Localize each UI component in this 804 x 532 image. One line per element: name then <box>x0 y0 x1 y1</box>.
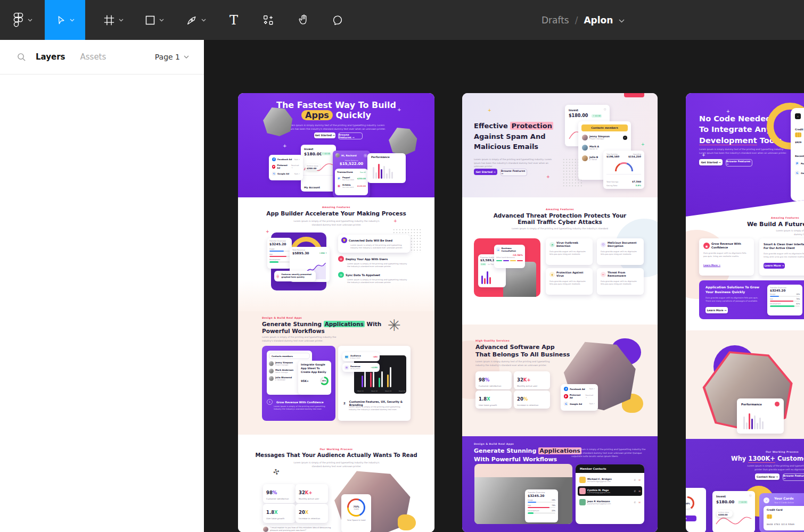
f2-threat-card[interactable]: ◔ Virus OutbreakDetection Duis gravida a… <box>546 238 593 265</box>
f1-hero-title-line2: Quickly <box>335 110 371 120</box>
f3-get-started-button[interactable]: Get Started → <box>699 159 723 165</box>
frame-tool-button[interactable] <box>93 0 134 40</box>
cloud-icon: ☁ <box>496 247 500 252</box>
f2-purple-title2: With Powerful Workflows <box>474 456 557 463</box>
f2-get-started-button[interactable]: Get Started → <box>474 169 497 175</box>
phone-icon[interactable]: ✆ <box>634 501 636 504</box>
f2-team-photo-card: Transfer Overview $3245.20 Usage19% App7… <box>474 464 572 524</box>
f1-get-started-button[interactable]: Get Started → <box>314 132 335 138</box>
figma-menu-button[interactable] <box>0 0 45 40</box>
f1-feature-body: Lorem ipsum is simply of the printing an… <box>347 279 410 285</box>
f3-feature-card-1[interactable]: ◉ Grow Revenue WithConfidence Duis gravi… <box>699 238 754 276</box>
member-email: Cynthiampage@gmail.com <box>587 492 610 494</box>
f1-feature-item[interactable]: ⟳ Sync Data To Appsheet Lorem ipsum is s… <box>338 272 410 285</box>
f3-feature-card-2[interactable]: Smart & Clean User InterfaceFor Our Acti… <box>759 238 804 276</box>
f1-note-chip: ◎ Features smartly presented graphed for… <box>274 271 316 281</box>
back-icon[interactable]: ‹ <box>795 113 801 119</box>
f1-transfer-value: $3245.20 <box>269 242 292 246</box>
comment-tool-button[interactable] <box>321 0 355 40</box>
phone-icon[interactable]: ✆ <box>634 490 636 493</box>
phone-icon[interactable]: ✆ <box>634 479 636 481</box>
f2-threat-card[interactable]: ◖ Protection AgainstVirus Duis gravida a… <box>546 268 593 295</box>
avatar <box>269 369 274 373</box>
f3-trash-card: 40% Trash <box>686 488 706 532</box>
frame-landing-2[interactable]: + + + Effective Protection Against Spam … <box>462 93 658 532</box>
f3-contact-now-button[interactable]: Contact Now → <box>755 473 780 480</box>
f1-workflow-card-1[interactable]: Contacts members Jenny Simpson Project m… <box>262 346 335 421</box>
f1-revenue-chip: +256 ↑ <box>319 252 327 254</box>
f2-member-row-active[interactable]: Cynthia M. Page Cynthiampage@gmail.com ✆… <box>578 486 642 496</box>
f3-banner-learn-more-button[interactable]: Learn More → <box>705 307 728 313</box>
f1-process-subtitle: Lorem ipsum is simply of the printing an… <box>291 461 382 468</box>
mail-icon[interactable]: ✉ <box>638 490 641 493</box>
f2-threat-card[interactable]: 🛡 Malicious DocumentDecryption Duis grav… <box>597 238 644 265</box>
back-icon[interactable]: ‹ <box>764 497 769 503</box>
f3-why-sub1: Lorem ipsum is simply of the printing an… <box>748 464 804 467</box>
f3-browse-features-button2[interactable]: Browse Features → <box>783 473 804 481</box>
mail-icon[interactable]: ✉ <box>638 501 641 504</box>
f1-feature-item-card[interactable]: 💡 Connected Data Will Be Used Lorem ipsu… <box>338 235 410 253</box>
search-icon[interactable] <box>17 53 26 62</box>
f1-note-text: Features smartly presented graphed form … <box>281 273 314 279</box>
pen-tool-button[interactable] <box>175 0 217 40</box>
tab-layers[interactable]: Layers <box>36 52 65 62</box>
frame-landing-3[interactable]: + + No Code Needed To Integrate Any Deve… <box>686 93 804 532</box>
stat-value: 98 <box>479 377 485 383</box>
frame-landing-1[interactable]: The Fastest Way To Build Apps Quickly Lo… <box>238 93 434 532</box>
f1-invest-title: Invest <box>304 147 313 151</box>
resources-tool-button[interactable] <box>250 0 286 40</box>
f2-stat-card: 32K+ Monthly active user <box>514 371 550 389</box>
f3-card2-body: Duis gravida augue velit eu dignissim fe… <box>764 252 804 259</box>
move-tool-button[interactable] <box>45 0 85 40</box>
stat-value: 98 <box>266 490 273 495</box>
f3-card2-title2: For Our Active Client <box>764 246 795 250</box>
breadcrumb-folder[interactable]: Drafts <box>542 15 569 26</box>
f1-feature-item[interactable]: ⚙ Deploy Your App With Users Lorem ipsum… <box>338 256 410 269</box>
member-name: Jean P. Hartmann <box>587 500 611 503</box>
stat-suffix: % <box>523 396 528 402</box>
f3-phone-row: Paypal <box>801 162 804 165</box>
page-selector[interactable]: Page 1 <box>155 53 199 61</box>
f3-phone-row: Google <box>801 172 804 174</box>
f3-browse-features-button[interactable]: Browse Features → <box>726 159 752 167</box>
f2-browse-features-button[interactable]: Browse Features → <box>501 169 527 176</box>
f2-threat-card[interactable]: ✂ Threat FromRansomware Duis gravida aug… <box>597 268 644 295</box>
f3-features-section: Amazing Features We Build A Future Strat… <box>686 217 804 330</box>
f1-ad-row-status: Paid ↗ <box>294 159 300 161</box>
f3-why-highlight: 1300K+ <box>748 455 775 463</box>
tab-assets[interactable]: Assets <box>80 52 106 62</box>
hand-tool-button[interactable] <box>286 0 321 40</box>
f1-tx-date: Tue 4 Oct 2023 <box>342 186 354 188</box>
transfer-row-pct: 82% <box>796 303 800 305</box>
threat-card-title: Threat From <box>608 271 625 274</box>
f1-workflows-subtitle: Lorem ipsum is simply of the printing an… <box>262 336 339 343</box>
ad-row-status: Received ↘ <box>586 394 595 398</box>
gauge-rate-value: 3.8% <box>635 184 641 187</box>
f3-credit-card-label: Credit Card <box>767 509 782 511</box>
f1-browse-features-button[interactable]: Browse Features → <box>338 132 363 139</box>
chevron-down-icon[interactable] <box>619 19 625 23</box>
contact-role: Jr. Developer <box>275 379 292 381</box>
f1-workflow-card-2[interactable]: Week 01 Week 02 Week 03 Week 04 👥 Audien… <box>338 346 411 421</box>
avatar <box>579 488 586 494</box>
avatar <box>582 155 588 161</box>
f1-portfolio-value: $200.00 <box>307 167 320 170</box>
f1-see-all-link[interactable]: See All <box>360 171 366 173</box>
target-icon: ◎ <box>276 274 279 279</box>
f2-nav-cta-remnant[interactable] <box>624 93 644 97</box>
f1-integrate-metric: 95K+ <box>301 379 309 383</box>
f3-card1-learn-more-link[interactable]: Learn More → <box>703 264 720 267</box>
shield-icon: 🛡 <box>601 242 606 247</box>
f1-workflows-title-mid: With <box>367 321 382 327</box>
f3-trash-button[interactable]: Trash <box>686 516 696 521</box>
avatar <box>269 376 274 381</box>
f2-services-label: High Quality Services <box>475 339 510 342</box>
threat-card-title: Malicious Document <box>608 242 637 244</box>
rectangle-tool-button[interactable] <box>134 0 175 40</box>
mail-icon[interactable]: ✉ <box>638 479 641 481</box>
speaker-icon: ◖ <box>549 272 555 277</box>
f3-card2-learn-more-button[interactable]: Learn More → <box>764 263 785 269</box>
breadcrumb-file[interactable]: Aplon <box>584 15 613 26</box>
text-tool-button[interactable]: T <box>217 0 250 40</box>
transfer-row-label: Development <box>770 303 781 305</box>
